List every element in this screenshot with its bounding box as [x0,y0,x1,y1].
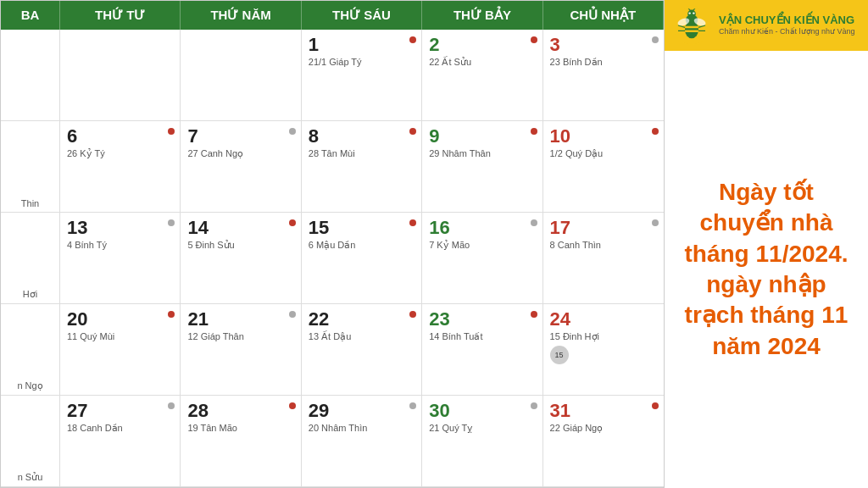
day-cell-2-3: 167 Kỷ Mão [422,213,542,303]
col-thu-bay: THỨ BẢY [422,1,542,30]
svg-rect-12 [685,26,698,28]
col-thu-tu: THỨ TƯ [60,1,181,30]
dot-icon [531,219,537,226]
brand-logo-icon [671,5,712,46]
side-cell-4: n Sửu [1,396,60,486]
brand-header: VẬN CHUYỂN KIẾN VÀNG Chăm như Kiến - Chấ… [665,0,868,51]
lunar-date: 27 Canh Ngọ [187,148,293,159]
day-number: 27 [67,401,173,421]
day-number: 15 [309,218,415,238]
col-chu-nhat: CHỦ NHẬT [543,1,664,30]
day-number: 29 [309,401,415,421]
lunar-date: 7 Kỷ Mão [429,240,535,251]
day-number: 20 [67,309,173,330]
day-cell-3-2: 2213 Ất Dậu [302,304,422,395]
lunar-date: 29 Nhâm Thân [429,148,535,158]
calendar-row-4: n Sửu2718 Canh Dần2819 Tân Mão2920 Nhâm … [1,396,664,487]
svg-point-5 [693,12,694,14]
day-cell-2-2: 156 Mậu Dần [302,213,422,303]
day-cell-3-4: 2415 Đinh Hợi15 [543,304,664,395]
dot-icon [409,36,416,43]
day-cell-3-1: 2112 Giáp Thân [181,304,301,395]
lunar-date: 18 Canh Dần [67,423,173,434]
day-cell-0-0: 121/1 Giáp Tý [302,30,422,120]
lunar-date: 13 Ất Dậu [309,331,415,342]
lunar-date: 28 Tân Mùi [309,148,415,158]
lunar-date: 19 Tân Mão [187,423,293,433]
lunar-date: 22 Ất Sửu [429,57,535,68]
day-number: 8 [309,126,415,147]
brand-name: VẬN CHUYỂN KIẾN VÀNG [719,14,855,27]
svg-point-8 [687,7,689,9]
day-cell-4-1: 2819 Tân Mão [181,396,301,486]
dot-icon [531,36,537,43]
day-cell-4-4: 3122 Giáp Ngọ [543,396,664,486]
day-number: 16 [429,218,535,238]
col-thu-sau: THỨ SÁU [302,1,422,30]
day-number: 14 [187,218,293,238]
dot-icon [289,311,296,318]
day-number: 17 [550,218,657,238]
calendar-row-3: n Ngọ2011 Quý Mùi2112 Giáp Thân2213 Ất D… [1,304,664,396]
side-cell-0 [1,30,60,120]
lunar-date: 4 Bính Tý [67,240,173,250]
day-cell-2-4: 178 Canh Thìn [543,213,664,303]
day-cell-0-2: 323 Bính Dần [543,30,664,120]
day-number: 21 [187,309,293,330]
day-cell-4-0: 2718 Canh Dần [60,396,181,486]
dot-icon [531,402,537,409]
day-number: 28 [187,401,293,421]
svg-point-9 [694,7,697,9]
dot-icon [531,311,537,318]
day-cell-4-3: 3021 Quý Tỵ [422,396,542,486]
day-cell-1-1: 727 Canh Ngọ [181,121,301,212]
dot-icon [652,219,659,226]
dot-icon [652,402,659,409]
calendar-row-1: Thin626 Kỷ Tý727 Canh Ngọ828 Tân Mùi929 … [1,121,664,213]
lunar-date: 23 Bính Dần [550,57,657,68]
lunar-date: 20 Nhâm Thìn [309,423,415,433]
lunar-date: 15 Đinh Hợi [550,331,657,342]
svg-rect-13 [685,30,698,32]
side-cell-2: Hơi [1,213,60,303]
calendar-row-0: 121/1 Giáp Tý222 Ất Sửu323 Bính Dần [1,30,664,121]
sidebar: VẬN CHUYỂN KIẾN VÀNG Chăm như Kiến - Chấ… [665,0,868,488]
day-cell-2-1: 145 Đinh Sửu [181,213,301,303]
day-cell-4-2: 2920 Nhâm Thìn [302,396,422,486]
day-number: 24 [550,309,657,330]
lunar-date: 14 Bính Tuất [429,331,535,342]
day-number: 9 [429,126,535,147]
col-thu-nam: THỨ NĂM [181,1,301,30]
promo-paragraph: Ngày tốt chuyển nhà tháng 11/2024. ngày … [678,177,854,362]
lunar-date: 22 Giáp Ngọ [550,423,657,434]
lunar-date: 5 Đinh Sửu [187,240,293,251]
calendar-header: BA THỨ TƯ THỨ NĂM THỨ SÁU THỨ BẢY CHỦ NH… [1,1,664,30]
day-number: 1 [309,35,415,55]
day-number: 23 [429,309,535,330]
lunar-date: 21/1 Giáp Tý [309,57,415,67]
empty-cell-0-1 [181,30,301,120]
empty-cell-0-0 [60,30,181,120]
side-cell-3: n Ngọ [1,304,60,395]
dot-icon [652,128,659,135]
dot-icon [289,402,296,409]
day-cell-2-0: 134 Bính Tý [60,213,181,303]
day-number: 3 [550,35,657,55]
dot-icon [168,311,175,318]
side-cell-1: Thin [1,121,60,212]
dot-icon [409,402,416,409]
lunar-date: 6 Mậu Dần [309,240,415,251]
lunar-date: 26 Kỷ Tý [67,148,173,159]
day-number: 2 [429,35,535,55]
dot-icon [168,219,175,226]
calendar-row-2: Hơi134 Bính Tý145 Đinh Sửu156 Mậu Dần167… [1,213,664,304]
svg-point-3 [687,10,696,19]
brand-text: VẬN CHUYỂN KIẾN VÀNG Chăm như Kiến - Chấ… [719,14,855,36]
day-number: 13 [67,218,173,238]
lunar-date: 8 Canh Thìn [550,240,657,250]
day-cell-1-4: 101/2 Quý Dậu [543,121,664,212]
day-cell-1-0: 626 Kỷ Tý [60,121,181,212]
dot-icon [409,128,416,135]
lunar-date: 21 Quý Tỵ [429,423,535,434]
col-ba: BA [1,1,60,30]
